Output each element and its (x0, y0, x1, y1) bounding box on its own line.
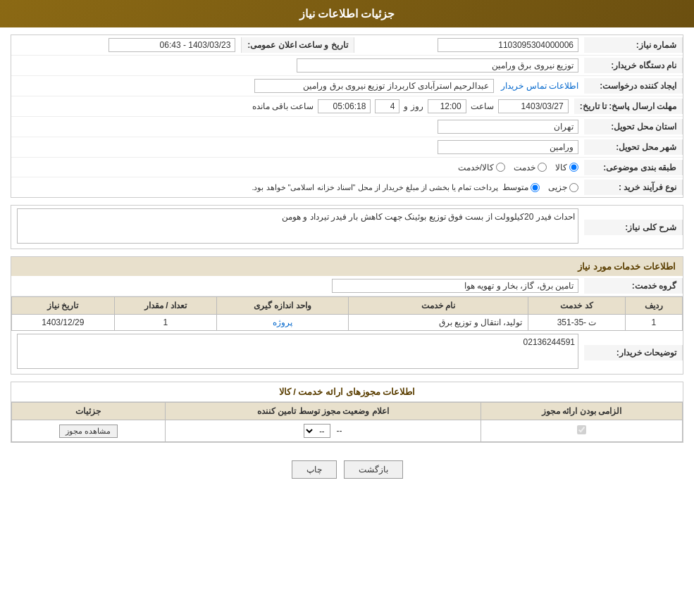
cell-elzami (481, 420, 682, 442)
bazgasht-button[interactable]: بازگشت (344, 460, 403, 479)
khedamat-title: اطلاعات خدمات مورد نیاز (11, 257, 683, 276)
shomara-niaz-value (354, 35, 584, 55)
mohlat-date-input[interactable] (498, 99, 569, 113)
services-table: ردیف کد خدمت نام خدمت واحد اندازه گیری ت… (11, 296, 683, 331)
ostan-label: استان محل تحویل: (584, 119, 683, 134)
cell-radif: 1 (625, 315, 682, 331)
col-vahed: واحد اندازه گیری (217, 297, 348, 315)
noe-motavaset-radio[interactable] (531, 183, 540, 192)
nam-dastgah-row: نام دستگاه خریدار: (11, 56, 683, 76)
ostan-value (11, 117, 584, 137)
cell-tarikh: 1403/12/29 (12, 315, 115, 331)
ijad-konande-input[interactable] (254, 79, 494, 93)
tabaqe-kala-khedmat-item: کالا/خدمت (458, 163, 505, 172)
view-mojoz-button[interactable]: مشاهده مجوز (59, 425, 117, 438)
remaining-label: ساعت باقی مانده (252, 101, 314, 111)
col-kod: کد خدمت (528, 297, 625, 315)
page-header: جزئیات اطلاعات نیاز (0, 0, 694, 27)
elzami-checkbox[interactable] (577, 425, 586, 434)
noe-jozei-label: جزیی (548, 182, 567, 192)
shahr-value (11, 137, 584, 157)
permissions-header-row: الزامی بودن ارائه مجوز اعلام وضعیت مجوز … (12, 403, 683, 420)
tosih-row: توضیحات خریدار: 02136244591 (11, 331, 683, 374)
sharh-label: شرح کلی نیاز: (584, 220, 683, 235)
goroh-label: گروه خدمت: (584, 278, 683, 294)
shomara-niaz-input[interactable] (438, 38, 578, 52)
nam-dastgah-label: نام دستگاه خریدار: (584, 58, 683, 73)
tabaqe-value: کالا خدمت کالا/خدمت (11, 160, 584, 175)
cell-kod: ت -35-351 (528, 315, 625, 331)
tarikh-input[interactable] (109, 38, 235, 52)
ijad-konande-link[interactable]: اطلاعات تماس خریدار (501, 81, 578, 91)
khedamat-section: اطلاعات خدمات مورد نیاز گروه خدمت: ردیف … (11, 256, 683, 375)
tosih-textarea[interactable]: 02136244591 (17, 334, 578, 369)
noe-jozei-radio[interactable] (569, 183, 578, 192)
col-tedad: تعداد / مقدار (114, 297, 217, 315)
goroh-input[interactable] (332, 279, 578, 293)
table-row: 1 ت -35-351 تولید، انتقال و توزیع برق پر… (12, 315, 683, 331)
tabaqe-kala-label: کالا (555, 163, 567, 172)
ealam-value: -- (336, 426, 342, 436)
col-radif: ردیف (625, 297, 682, 315)
ijad-konande-row: ایجاد کننده درخواست: اطلاعات تماس خریدار (11, 76, 683, 96)
shahr-label: شهر محل تحویل: (584, 139, 683, 155)
tabaqe-khedmat-item: خدمت (514, 163, 547, 172)
mohlat-saat-input[interactable] (428, 99, 466, 113)
list-item: -- -- مشاهده مجوز (12, 420, 683, 442)
tabaqe-kala-item: کالا (555, 163, 578, 172)
saat-label: ساعت (471, 101, 494, 111)
tabaqe-khedmat-label: خدمت (514, 163, 535, 172)
chap-button[interactable]: چاپ (292, 460, 337, 479)
ealam-select[interactable]: -- (304, 424, 330, 438)
main-info-section: شماره نیاز: تاریخ و ساعت اعلان عمومی: نا… (11, 34, 683, 198)
noe-motavaset-item: متوسط (502, 182, 540, 192)
nam-dastgah-value (11, 56, 584, 75)
noe-jozei-item: جزیی (548, 182, 578, 192)
nam-dastgah-input[interactable] (297, 58, 578, 73)
sharh-value: احداث فیدر 20کیلوولت از بست فوق توزیع بو… (11, 206, 584, 249)
sharh-row: شرح کلی نیاز: احداث فیدر 20کیلوولت از بس… (11, 206, 683, 249)
col-name: نام خدمت (348, 297, 528, 315)
shahr-input[interactable] (438, 140, 578, 154)
ostan-input[interactable] (438, 120, 578, 134)
cell-ealam: -- -- (165, 420, 481, 442)
col-joziat: جزئیات (12, 403, 166, 420)
shomara-tarikh-row: شماره نیاز: تاریخ و ساعت اعلان عمومی: (11, 35, 683, 56)
goroh-row: گروه خدمت: (11, 276, 683, 296)
tabaqe-row: طبقه بندی موضوعی: کالا خدمت (11, 158, 683, 177)
noe-motavaset-label: متوسط (502, 182, 528, 192)
permissions-table: الزامی بودن ارائه مجوز اعلام وضعیت مجوز … (11, 402, 683, 442)
page-title: جزئیات اطلاعات نیاز (299, 8, 395, 20)
cell-vahed: پروژه (217, 315, 348, 331)
permissions-section: اطلاعات مجوزهای ارائه خدمت / کالا الزامی… (11, 382, 683, 443)
col-elzami: الزامی بودن ارائه مجوز (481, 403, 682, 420)
sharh-section: شرح کلی نیاز: احداث فیدر 20کیلوولت از بس… (11, 205, 683, 249)
tabaqe-kala-radio[interactable] (569, 163, 578, 172)
tabaqe-kala-khedmat-label: کالا/خدمت (458, 163, 494, 172)
mohlat-remaining-input[interactable] (318, 99, 371, 113)
cell-joziat: مشاهده مجوز (12, 420, 166, 442)
tarikh-value (11, 35, 241, 55)
mohlat-rooz-input[interactable] (375, 99, 399, 113)
noe-farayand-row: نوع فرآیند خرید : جزیی متوسط (11, 177, 683, 197)
mohlat-label: مهلت ارسال پاسخ: تا تاریخ: (574, 99, 683, 114)
cell-name: تولید، انتقال و توزیع برق (348, 315, 528, 331)
tabaqe-khedmat-radio[interactable] (538, 163, 547, 172)
goroh-value (11, 276, 584, 296)
tabaqe-kala-khedmat-radio[interactable] (496, 163, 505, 172)
cell-tedad: 1 (114, 315, 217, 331)
rooz-label: روز و (404, 101, 423, 111)
sharh-textarea[interactable]: احداث فیدر 20کیلوولت از بست فوق توزیع بو… (17, 208, 578, 244)
permissions-title: اطلاعات مجوزهای ارائه خدمت / کالا (11, 382, 683, 402)
tosih-value: 02136244591 (11, 331, 584, 374)
tosih-label: توضیحات خریدار: (584, 345, 683, 360)
noe-farayand-label: نوع فرآیند خرید : (584, 180, 683, 195)
services-header-row: ردیف کد خدمت نام خدمت واحد اندازه گیری ت… (12, 297, 683, 315)
noe-farayand-value: جزیی متوسط پرداخت تمام یا بخشی از مبلغ خ… (11, 180, 584, 195)
col-tarikh: تاریخ نیاز (12, 297, 115, 315)
ijad-konande-label: ایجاد کننده درخواست: (584, 78, 683, 94)
footer-buttons: بازگشت چاپ (11, 450, 683, 489)
ijad-konande-value: اطلاعات تماس خریدار (11, 76, 584, 96)
tarikh-label: تاریخ و ساعت اعلان عمومی: (241, 37, 354, 53)
shahr-row: شهر محل تحویل: (11, 137, 683, 158)
